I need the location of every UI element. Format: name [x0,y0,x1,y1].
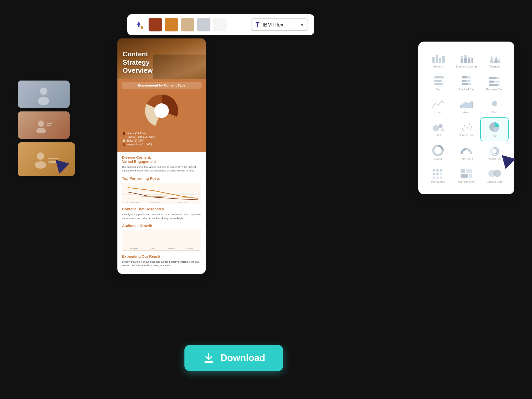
pie-legend: Videos (39.17%)How-to Guides (30.43%)Blo… [122,132,202,146]
area-chart-icon [460,98,473,109]
top-posts-heading: Top Performing Posts [122,176,201,181]
icon-matrix-chart-label: Icon Matrix [431,180,445,183]
font-name-label: IBM Plex [263,22,283,28]
svg-point-67 [436,169,439,172]
half-donut-chart-label: Half Donut [460,157,473,161]
info-content: Diverse Content,Varied Engagement Our an… [117,155,206,268]
chart-type-dot[interactable]: Dot [480,95,509,117]
progress-bar-chart-label: Progress Bar [486,88,503,91]
left-image-panel [18,81,70,176]
svg-point-80 [494,170,501,177]
radial-bar-chart-label: Radial Bar [488,157,501,161]
font-selector[interactable]: T IBM Plex ▾ [251,18,308,31]
chart-type-area[interactable]: Area [452,95,481,117]
chart-type-progress-bar[interactable]: Progress Bar [480,72,509,95]
progress-bar-chart-icon [488,75,501,86]
color-swatch-orange[interactable] [165,18,178,31]
scatter-plot-chart-label: Scatter Plot [459,134,474,137]
bar-group [181,232,199,245]
bar-group [143,232,161,245]
color-swatch-white[interactable] [213,18,227,31]
hero-title: Content Strategy Overview [123,50,153,75]
color-swatch-tan[interactable] [181,18,194,31]
chart-type-grid: ColumnStacked ColumnTriangleBarStacked B… [424,49,509,187]
font-t-icon: T [256,21,260,28]
legend-item: Videos (39.17%) [123,132,201,135]
svg-point-69 [433,173,435,175]
color-swatch-brown[interactable] [149,18,162,31]
reach-text: Steady growth in our audience size acros… [122,260,201,268]
svg-rect-46 [489,81,494,83]
toolbar: T IBM Plex ▾ [127,14,314,35]
triangle-chart-icon [488,52,501,63]
svg-point-9 [37,152,44,160]
stacked-bar-chart-icon [460,75,473,86]
svg-point-52 [441,128,444,131]
chart-type-column[interactable]: Column [424,49,452,72]
svg-rect-35 [434,80,442,82]
svg-point-71 [440,173,442,175]
chart-type-icon-matrix[interactable]: Icon Matrix [424,164,452,187]
svg-point-51 [438,124,443,128]
svg-marker-33 [498,58,501,63]
chart-type-donut[interactable]: Donut [424,141,452,164]
svg-rect-8 [46,125,51,126]
download-icon [202,351,215,364]
svg-rect-20 [432,57,435,63]
bar-group [162,232,180,245]
svg-point-5 [38,121,44,127]
image-card-3[interactable] [18,142,75,176]
svg-rect-28 [468,59,470,63]
legend-item: Infographics (13.04%) [123,143,201,146]
icon-matrix-chart-icon [431,168,445,179]
area-chart-label: Area [463,111,469,114]
svg-rect-48 [489,84,498,86]
svg-text:Ultimate Guide to...: Ultimate Guide to... [126,202,142,203]
stacked-column-chart-label: Stacked Column [456,65,477,68]
chart-type-stacked-bar[interactable]: Stacked Bar [452,72,481,95]
chart-type-stacked-column[interactable]: Stacked Column [452,49,481,72]
paint-bucket-icon[interactable] [134,19,144,30]
svg-marker-31 [490,55,494,63]
svg-rect-23 [442,56,445,63]
infographic-panel: Content Strategy Overview Engagement by … [117,38,206,274]
column-chart-icon [431,52,445,63]
svg-rect-30 [471,58,473,63]
bar-chart-label: Bar [436,88,440,91]
svg-rect-81 [204,361,213,363]
svg-rect-26 [464,58,467,63]
line-chart-label: Line [435,111,441,114]
stacked-venn-chart-label: Stacked Venn [486,180,503,183]
chart-type-bubble[interactable]: Bubble [424,117,452,141]
legend-item: Blogs (17.39%) [123,139,201,142]
icon-stacked-chart-label: Icon Stacked [458,180,475,183]
chart-type-half-donut[interactable]: Half Donut [452,141,481,164]
audience-heading: Audience Growth [122,224,201,228]
chart-type-triangle[interactable]: Triangle [480,49,509,72]
svg-rect-78 [469,174,472,178]
chart-type-scatter-plot[interactable]: Scatter Plot [452,117,481,141]
svg-rect-42 [468,83,471,85]
dot-chart-icon [488,98,501,109]
image-card-2[interactable] [18,111,70,139]
svg-point-49 [492,101,497,106]
resonates-text: Identifying top-performing posts allows … [122,213,201,220]
pie-section: Engagement by Content Type Videos (39.17… [117,79,206,152]
image-card-1[interactable] [18,81,70,108]
color-swatch-light-gray[interactable] [197,18,210,31]
svg-rect-22 [439,58,441,63]
chart-type-pie[interactable]: Pie [480,117,509,141]
chart-type-bar[interactable]: Bar [424,72,452,95]
chart-type-line[interactable]: Line [424,95,452,117]
reach-heading: Expanding Our Reach [122,254,201,258]
chart-type-icon-stacked[interactable]: Icon Stacked [452,164,481,187]
donut-chart-icon [431,145,445,156]
svg-point-74 [440,176,442,179]
svg-point-3 [40,88,47,95]
bar-group [124,232,142,245]
svg-point-6 [36,128,46,133]
svg-point-59 [470,129,471,130]
download-button[interactable]: Download [184,345,283,371]
legend-item: How-to Guides (30.43%) [123,136,201,138]
svg-rect-27 [464,55,467,58]
